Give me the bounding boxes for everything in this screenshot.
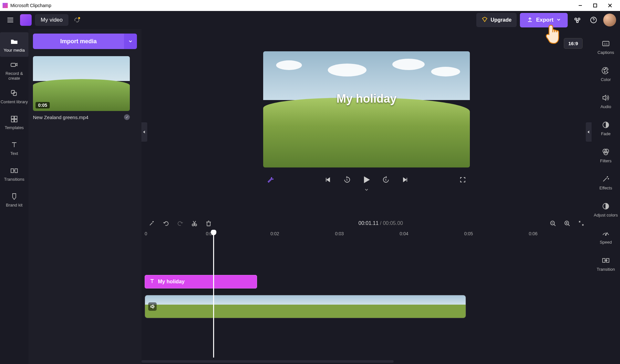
skip-start-button[interactable] [323,175,333,185]
collapse-left-button[interactable] [141,122,147,142]
rewind-5-button[interactable]: 5 [342,175,352,185]
right-item-filters[interactable]: Filters [592,142,620,168]
app-name: Microsoft Clipchamp [10,3,573,8]
cursor-hand-icon [542,23,562,43]
timeline-scrollbar[interactable] [141,360,394,363]
sync-status-icon[interactable] [72,15,81,25]
undo-button[interactable] [161,219,170,228]
chevron-down-icon [557,17,561,23]
user-avatar[interactable] [603,14,616,26]
app-icon [3,3,8,8]
upgrade-button[interactable]: Upgrade [476,13,517,27]
delete-button[interactable] [204,219,213,228]
sidebar-item-brand-kit[interactable]: Brand kit [0,187,28,212]
maximize-button[interactable] [588,0,603,11]
preview-text-overlay: My holiday [336,92,397,106]
right-item-audio[interactable]: Audio [592,88,620,114]
contrast-icon [601,201,611,211]
minimize-button[interactable] [573,0,588,11]
help-button[interactable] [587,14,600,26]
timeline-toolbar: 00:01.11 / 00:05.00 [141,216,592,231]
sidebar-item-record-create[interactable]: Record & create [0,58,28,83]
svg-text:5: 5 [385,178,387,181]
skip-end-button[interactable] [400,175,410,185]
thumbnail-duration: 0:05 [36,102,50,108]
svg-rect-1 [594,4,597,7]
audio-icon[interactable] [148,302,157,311]
auto-enhance-button[interactable] [265,175,275,185]
right-item-transition[interactable]: Transition [592,250,620,277]
right-item-effects[interactable]: Effects [592,169,620,196]
project-name-input[interactable]: My video [35,14,68,26]
camera-icon [9,60,19,70]
sidebar-item-templates[interactable]: Templates [0,110,28,134]
forward-5-button[interactable]: 5 [381,175,391,185]
media-panel: Import media 0:05 New Zealand greens.mp4… [28,29,141,364]
check-icon: ✓ [124,114,130,120]
text-clip[interactable]: My holiday [145,275,257,288]
transitions-icon [9,166,19,176]
playhead[interactable] [213,230,214,358]
right-sidebar: CC Captions Color Audio Fade Filters Eff… [592,29,620,364]
svg-rect-18 [15,116,17,119]
playback-controls: 5 5 [263,175,470,185]
timeline-ruler[interactable]: 0 0:01 0:02 0:03 0:04 0:05 0:06 [141,231,592,240]
right-item-color[interactable]: Color [592,61,620,87]
zoom-in-button[interactable] [563,219,572,228]
svg-rect-14 [11,63,16,66]
fullscreen-button[interactable] [458,175,468,185]
captions-icon: CC [601,39,611,48]
templates-icon [9,114,19,124]
menu-button[interactable] [4,14,17,26]
upload-icon [527,16,533,24]
timeline-tracks[interactable]: My holiday [141,240,592,358]
aspect-ratio-button[interactable]: 16:9 [564,38,583,49]
svg-rect-20 [15,119,17,122]
svg-rect-15 [11,90,15,94]
redo-button[interactable] [176,219,185,228]
sidebar-item-content-library[interactable]: Content library [0,84,28,108]
zoom-out-button[interactable] [548,219,557,228]
svg-point-39 [605,68,606,69]
right-item-speed[interactable]: Speed [592,223,620,250]
text-icon [9,140,19,150]
svg-line-29 [554,224,555,226]
brand-icon [9,192,19,201]
collapse-right-button[interactable] [586,122,592,142]
wand-icon [601,174,611,184]
svg-point-37 [604,69,605,70]
sidebar-item-transitions[interactable]: Transitions [0,161,28,186]
right-item-fade[interactable]: Fade [592,115,620,141]
svg-rect-17 [11,116,14,119]
thumbnail-filename: New Zealand greens.mp4 ✓ [33,114,130,120]
video-preview[interactable]: My holiday [263,51,470,167]
sidebar-item-your-media[interactable]: Your media [0,32,28,57]
diamond-icon [481,16,488,24]
timeline: 00:01.11 / 00:05.00 0 0:01 0:02 0:03 0:0… [141,216,592,364]
left-sidebar: Your media Record & create Content libra… [0,29,28,364]
import-media-button[interactable]: Import media [33,34,137,49]
play-button[interactable] [361,175,372,185]
right-item-adjust-colors[interactable]: Adjust colors [592,196,620,223]
media-thumbnail[interactable]: 0:05 New Zealand greens.mp4 ✓ [33,56,130,120]
magic-tool-button[interactable] [147,219,156,228]
fit-button[interactable] [577,219,586,228]
split-button[interactable] [190,219,199,228]
fade-icon [601,120,611,130]
app-logo [20,14,32,26]
expand-timeline-button[interactable] [364,187,369,193]
sidebar-item-text[interactable]: Text [0,136,28,160]
top-toolbar: My video Upgrade Export [0,11,620,29]
filters-icon [601,147,611,157]
import-dropdown-button[interactable] [124,34,137,49]
svg-rect-16 [13,92,16,96]
video-clip[interactable] [145,295,466,318]
gauge-icon [601,228,611,238]
right-item-captions[interactable]: CC Captions [592,34,620,60]
svg-rect-22 [15,169,17,173]
speaker-icon [601,93,611,103]
svg-rect-19 [11,119,14,122]
library-icon [9,88,19,98]
share-button[interactable] [571,14,584,26]
close-button[interactable] [603,0,617,11]
